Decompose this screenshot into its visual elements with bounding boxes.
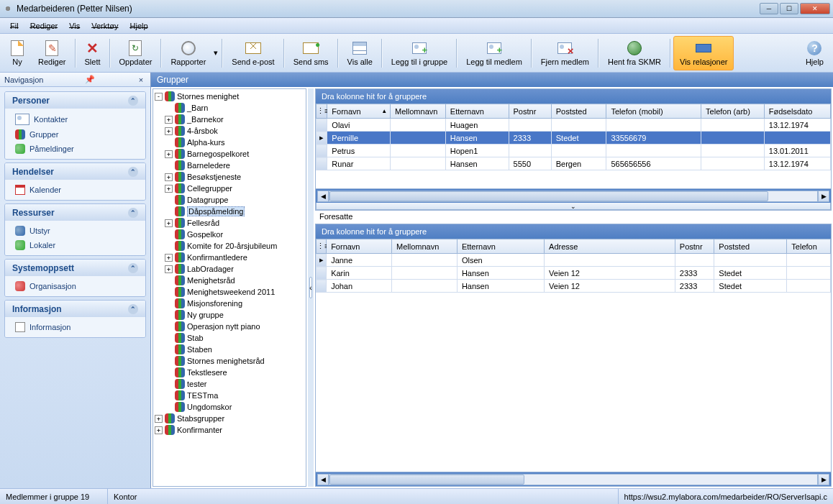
- table-row[interactable]: OlaviHuagen13.12.1974: [317, 119, 831, 132]
- tree-expander[interactable]: +: [165, 185, 173, 193]
- tree-node[interactable]: Menighetsråd: [155, 275, 304, 286]
- grid-hscroll[interactable]: ◀ ▶: [316, 188, 831, 203]
- column-header[interactable]: Mellomnavn: [391, 104, 446, 119]
- nav-group-header-info[interactable]: Informasjon⌃: [5, 301, 145, 317]
- tree-node[interactable]: +Besøkstjeneste: [155, 171, 304, 183]
- maximize-button[interactable]: ☐: [780, 3, 798, 14]
- tree-node[interactable]: Ny gruppe: [155, 309, 304, 321]
- tree-node[interactable]: _Barn: [155, 102, 304, 114]
- tree-node[interactable]: Ungdomskor: [155, 401, 304, 413]
- row-selector-header[interactable]: ⋮≡: [317, 104, 327, 119]
- column-header[interactable]: Fornavn: [327, 239, 392, 254]
- tree-expander[interactable]: +: [165, 173, 173, 181]
- nav-link-information[interactable]: Informasjon: [5, 320, 145, 334]
- tree-node[interactable]: Alpha-kurs: [155, 137, 304, 148]
- tree-expander[interactable]: +: [165, 254, 173, 262]
- nav-group-header-persons[interactable]: Personer⌃: [5, 92, 145, 109]
- reports-dropdown[interactable]: ▾: [212, 36, 219, 70]
- relations-button[interactable]: Vis relasjoner: [673, 36, 734, 70]
- nav-link-equipment[interactable]: Utstyr: [5, 224, 145, 238]
- skmr-button[interactable]: Hent fra SKMR: [601, 36, 668, 70]
- tree-node[interactable]: -Stornes menighet: [155, 91, 304, 102]
- table-row[interactable]: RunarHansen5550Bergen56565655613.12.1974: [317, 157, 831, 170]
- tree-node[interactable]: Gospelkor: [155, 229, 304, 240]
- column-header[interactable]: Fornavn▲: [327, 104, 391, 119]
- addmember-button[interactable]: Legg til medlem: [460, 36, 529, 70]
- scroll-right-icon[interactable]: ▶: [818, 191, 829, 202]
- row-selector[interactable]: ▸: [317, 132, 327, 145]
- reports-button[interactable]: Rapporter: [164, 36, 212, 70]
- menu-edit[interactable]: Rediger: [24, 20, 64, 32]
- column-header[interactable]: Mellomnavn: [392, 239, 458, 254]
- row-selector[interactable]: [317, 157, 327, 170]
- tree-expander[interactable]: +: [165, 116, 173, 124]
- tree-node[interactable]: +Konfirmanter: [155, 424, 304, 436]
- tree-node[interactable]: +Barnegospelkoret: [155, 148, 304, 160]
- nav-link-calendar[interactable]: Kalender: [5, 183, 145, 197]
- tree-node[interactable]: +LabOradager: [155, 263, 304, 275]
- nav-group-header-system[interactable]: Systemoppsett⌃: [5, 260, 145, 276]
- column-header[interactable]: Telefon: [787, 239, 831, 254]
- update-button[interactable]: Oppdater: [113, 36, 159, 70]
- table-row[interactable]: JohanHansenVeien 122333Stedet: [317, 280, 831, 293]
- tree-node[interactable]: Stab: [155, 332, 304, 344]
- tree-node[interactable]: +Konfirmantledere: [155, 252, 304, 263]
- tree-node[interactable]: +Cellegrupper: [155, 183, 304, 194]
- table-row[interactable]: PetrusHopen113.01.2011: [317, 145, 831, 157]
- row-selector[interactable]: [317, 280, 327, 293]
- column-header[interactable]: Postnr: [675, 239, 714, 254]
- nav-link-groups[interactable]: Grupper: [5, 127, 145, 142]
- removemember-button[interactable]: Fjern medlem: [534, 36, 596, 70]
- column-header[interactable]: Etternavn: [445, 104, 509, 119]
- tree-node[interactable]: Komite for 20-årsjubileum: [155, 240, 304, 252]
- tree-node[interactable]: Dåpspåmelding: [155, 206, 304, 217]
- tree-node[interactable]: Staben: [155, 344, 304, 355]
- row-selector[interactable]: ▸: [317, 254, 327, 267]
- tree-node[interactable]: +_Barnekor: [155, 114, 304, 125]
- tree-node[interactable]: TESTma: [155, 390, 304, 401]
- menu-view[interactable]: Vis: [63, 20, 86, 32]
- tree-node[interactable]: Stornes menighetsråd: [155, 355, 304, 367]
- tree-node[interactable]: Menighetsweekend 2011: [155, 286, 304, 298]
- grid-groupbar[interactable]: Dra kolonne hit for å gruppere: [316, 224, 831, 239]
- scroll-left-icon[interactable]: ◀: [317, 191, 329, 202]
- row-selector[interactable]: [317, 267, 327, 280]
- tree-node[interactable]: Datagruppe: [155, 194, 304, 206]
- scroll-right-icon[interactable]: ▶: [818, 474, 829, 485]
- row-selector[interactable]: [317, 145, 327, 157]
- column-header[interactable]: Postnr: [509, 104, 551, 119]
- column-header[interactable]: Telefon (mobil): [606, 104, 701, 119]
- row-selector-header[interactable]: ⋮≡: [317, 239, 327, 254]
- nav-group-header-events[interactable]: Hendelser⌃: [5, 163, 145, 180]
- showall-button[interactable]: Vis alle: [341, 36, 379, 70]
- tree-expander[interactable]: +: [165, 127, 173, 135]
- grid-collapse[interactable]: ⌄: [316, 203, 831, 210]
- tree-expander[interactable]: +: [165, 265, 173, 273]
- tree-node[interactable]: tester: [155, 378, 304, 390]
- tree-expander[interactable]: +: [155, 415, 163, 423]
- row-selector[interactable]: [317, 119, 327, 132]
- nav-link-venues[interactable]: Lokaler: [5, 238, 145, 252]
- nav-link-registrations[interactable]: Påmeldinger: [5, 142, 145, 156]
- column-header[interactable]: Adresse: [545, 239, 675, 254]
- new-button[interactable]: Ny: [3, 36, 32, 70]
- tree-node[interactable]: +4-årsbok: [155, 125, 304, 137]
- column-header[interactable]: Telefon (arb): [701, 104, 765, 119]
- sendmail-button[interactable]: Send e-post: [225, 36, 281, 70]
- tree-node[interactable]: Misjonsforening: [155, 298, 304, 309]
- nav-link-contacts[interactable]: Kontakter: [5, 111, 145, 127]
- column-header[interactable]: Etternavn: [457, 239, 544, 254]
- column-header[interactable]: Fødselsdato: [764, 104, 830, 119]
- grid-hscroll[interactable]: ◀ ▶: [316, 472, 831, 486]
- column-header[interactable]: Poststed: [551, 104, 606, 119]
- addgroup-button[interactable]: Legg til i gruppe: [385, 36, 454, 70]
- pin-icon[interactable]: 📌: [85, 75, 95, 85]
- splitter[interactable]: [308, 88, 314, 487]
- minimize-button[interactable]: ─: [760, 3, 778, 14]
- scroll-left-icon[interactable]: ◀: [317, 474, 329, 485]
- nav-group-header-resources[interactable]: Ressurser⌃: [5, 204, 145, 221]
- edit-button[interactable]: Rediger: [32, 36, 73, 70]
- nav-link-organisation[interactable]: Organisasjon: [5, 279, 145, 293]
- menu-file[interactable]: Fil: [4, 20, 24, 32]
- column-header[interactable]: Poststed: [714, 239, 787, 254]
